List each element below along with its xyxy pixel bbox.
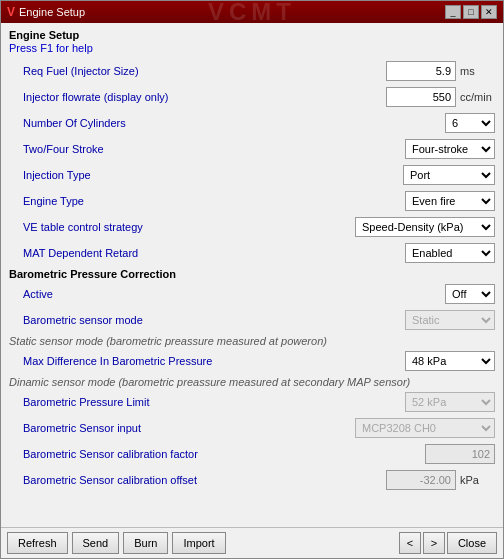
calib-offset-input[interactable] [386,470,456,490]
ve-table-control-row: VE table control strategy Speed-Density … [9,216,495,238]
baro-sensor-mode-controls: Static Dynamic [405,310,495,330]
calib-offset-row: Barometric Sensor calibration offset kPa [9,469,495,491]
baro-active-row: Active Off On [9,283,495,305]
content-area: Engine Setup Press F1 for help Req Fuel … [1,23,503,527]
page-title: Engine Setup [9,29,495,41]
baro-sensor-input-label: Barometric Sensor input [9,422,355,434]
mat-retard-row: MAT Dependent Retard Enabled Disabled [9,242,495,264]
baro-sensor-mode-select[interactable]: Static Dynamic [405,310,495,330]
calib-factor-row: Barometric Sensor calibration factor [9,443,495,465]
engine-type-controls: Even fire Odd fire [405,191,495,211]
footer-right-buttons: < > Close [399,532,497,554]
maximize-button[interactable]: □ [463,5,479,19]
engine-type-row: Engine Type Even fire Odd fire [9,190,495,212]
injector-flowrate-controls: cc/min [386,87,495,107]
baro-sensor-mode-label: Barometric sensor mode [9,314,405,326]
injector-flowrate-unit: cc/min [460,91,495,103]
mat-retard-label: MAT Dependent Retard [9,247,405,259]
req-fuel-input[interactable] [386,61,456,81]
req-fuel-row: Req Fuel (Injector Size) ms [9,60,495,82]
max-diff-label: Max Difference In Barometric Pressure [9,355,405,367]
ve-table-control-select[interactable]: Speed-Density (kPa) Alpha-N (TPS) [355,217,495,237]
title-controls: _ □ ✕ [445,5,497,19]
two-four-stroke-label: Two/Four Stroke [9,143,405,155]
baro-active-select[interactable]: Off On [445,284,495,304]
dynamic-section-title: Dinamic sensor mode (barometric preassur… [9,376,495,388]
injection-type-select[interactable]: Port Throttle Body Direct [403,165,495,185]
max-diff-row: Max Difference In Barometric Pressure 48… [9,350,495,372]
baro-pressure-limit-label: Barometric Pressure Limit [9,396,405,408]
title-text: Engine Setup [19,6,85,18]
max-diff-select[interactable]: 48 kPa 24 kPa 72 kPa [405,351,495,371]
req-fuel-controls: ms [386,61,495,81]
send-button[interactable]: Send [72,532,120,554]
baro-pressure-limit-controls: 52 kPa 60 kPa [405,392,495,412]
title-bar: V Engine Setup VCMT _ □ ✕ [1,1,503,23]
two-four-stroke-row: Two/Four Stroke Four-stroke Two-stroke [9,138,495,160]
injection-type-row: Injection Type Port Throttle Body Direct [9,164,495,186]
baro-active-controls: Off On [445,284,495,304]
refresh-button[interactable]: Refresh [7,532,68,554]
two-four-stroke-select[interactable]: Four-stroke Two-stroke [405,139,495,159]
app-icon: V [7,5,15,19]
burn-button[interactable]: Burn [123,532,168,554]
minimize-button[interactable]: _ [445,5,461,19]
baro-active-label: Active [9,288,445,300]
num-cylinders-select[interactable]: 6 4 8 [445,113,495,133]
calib-offset-unit: kPa [460,474,495,486]
ve-table-control-label: VE table control strategy [9,221,355,233]
injector-flowrate-label: Injector flowrate (display only) [9,91,386,103]
engine-setup-window: V Engine Setup VCMT _ □ ✕ Engine Setup P… [0,0,504,559]
title-bar-left: V Engine Setup [7,5,85,19]
num-cylinders-controls: 6 4 8 [445,113,495,133]
num-cylinders-row: Number Of Cylinders 6 4 8 [9,112,495,134]
calib-offset-label: Barometric Sensor calibration offset [9,474,386,486]
static-section-title: Static sensor mode (barometric preassure… [9,335,495,347]
req-fuel-label: Req Fuel (Injector Size) [9,65,386,77]
baro-pressure-limit-select[interactable]: 52 kPa 60 kPa [405,392,495,412]
close-button[interactable]: Close [447,532,497,554]
calib-factor-controls [425,444,495,464]
baro-sensor-mode-row: Barometric sensor mode Static Dynamic [9,309,495,331]
injector-flowrate-input[interactable] [386,87,456,107]
next-button[interactable]: > [423,532,445,554]
two-four-stroke-controls: Four-stroke Two-stroke [405,139,495,159]
injection-type-label: Injection Type [9,169,403,181]
engine-type-label: Engine Type [9,195,405,207]
num-cylinders-label: Number Of Cylinders [9,117,445,129]
mat-retard-select[interactable]: Enabled Disabled [405,243,495,263]
baro-pressure-limit-row: Barometric Pressure Limit 52 kPa 60 kPa [9,391,495,413]
req-fuel-unit: ms [460,65,495,77]
baro-sensor-input-controls: MCP3208 CH0 MCP3208 CH1 [355,418,495,438]
prev-button[interactable]: < [399,532,421,554]
calib-factor-label: Barometric Sensor calibration factor [9,448,425,460]
engine-type-select[interactable]: Even fire Odd fire [405,191,495,211]
footer: Refresh Send Burn Import < > Close [1,527,503,558]
injector-flowrate-row: Injector flowrate (display only) cc/min [9,86,495,108]
ve-table-control-controls: Speed-Density (kPa) Alpha-N (TPS) [355,217,495,237]
titlebar-close-button[interactable]: ✕ [481,5,497,19]
footer-left-buttons: Refresh Send Burn Import [7,532,226,554]
baro-section-title: Barometric Pressure Correction [9,268,495,280]
max-diff-controls: 48 kPa 24 kPa 72 kPa [405,351,495,371]
import-button[interactable]: Import [172,532,225,554]
calib-factor-input[interactable] [425,444,495,464]
baro-sensor-input-select[interactable]: MCP3208 CH0 MCP3208 CH1 [355,418,495,438]
help-text: Press F1 for help [9,42,495,54]
injection-type-controls: Port Throttle Body Direct [403,165,495,185]
baro-sensor-input-row: Barometric Sensor input MCP3208 CH0 MCP3… [9,417,495,439]
mat-retard-controls: Enabled Disabled [405,243,495,263]
calib-offset-controls: kPa [386,470,495,490]
